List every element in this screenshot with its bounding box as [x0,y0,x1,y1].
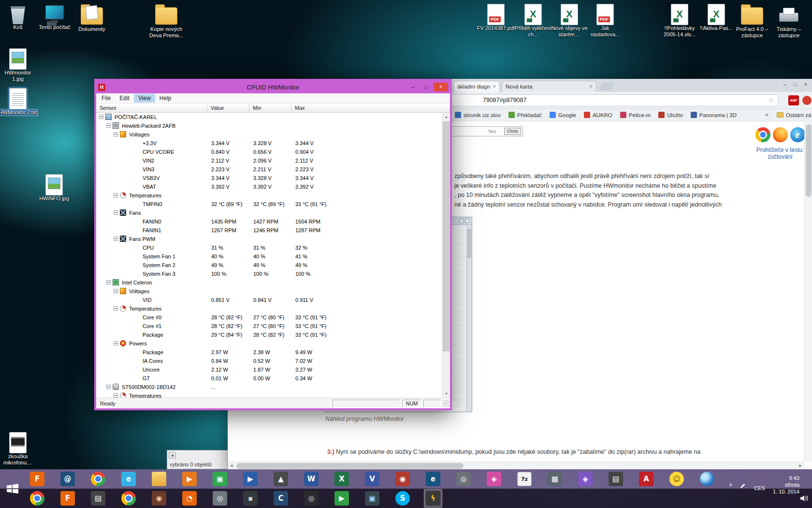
expand-toggle-icon[interactable] [114,289,118,293]
adblock-icon[interactable]: ABP [788,95,799,105]
desktop-icon-fv-2014387-pdf[interactable]: FV 2014387.pdf [476,4,516,31]
desktop-icon-p-b-h-vyl-en-ch[interactable]: Příběh vyléčení ch... [513,4,553,38]
sensor-row-powers[interactable]: Powers [96,339,450,348]
media-player-icon[interactable]: ▶ [180,470,199,488]
bookmark-slovn-k-ciz-slov[interactable]: slovník ciz.slov [455,112,501,118]
expand-toggle-icon[interactable] [114,393,118,398]
computer-icon[interactable]: ▣ [363,489,381,508]
firefox-icon[interactable]: F [58,489,77,508]
expand-toggle-icon[interactable] [106,280,111,284]
embed-close-button[interactable]: Close [504,128,521,135]
photos-icon[interactable]: ▣ [211,470,229,488]
sensor-row-core-1[interactable]: Core #128 °C (82 °F)27 °C (80 °F)33 °C (… [96,322,450,330]
sensor-row-vsb3v[interactable]: VSB3V3.344 V3.328 V3.344 V [96,174,450,182]
firefox-icon[interactable]: F [28,470,46,488]
hwmonitor-icon[interactable]: ϟ [424,489,442,508]
bookmark-p-eklada[interactable]: Překladač [508,112,542,118]
minimize-button[interactable]: – [406,83,419,91]
sensor-row-vin2[interactable]: VIN22.112 V2.096 V2.112 V [96,156,450,165]
sensor-row-tmpin0[interactable]: TMPIN032 °C (89 °F)32 °C (89 °F)33 °C (9… [96,200,450,209]
sidebar-caption[interactable]: zúčtování [750,153,804,160]
7zip-icon[interactable]: 7z [515,470,534,488]
bookmark-ulo-to[interactable]: Uložto [658,112,683,118]
sensor-row-voltages[interactable]: Voltages [96,287,450,296]
horizontal-scrollbar[interactable]: ◄ ► [228,462,804,469]
column-header-value[interactable]: Value [207,104,249,113]
scrollbar-thumb[interactable] [236,463,464,469]
browser-tab-diagnostics[interactable]: ákladní diagno × [453,81,500,92]
expand-toggle-icon[interactable] [106,123,111,128]
bookmark-panorama-3d[interactable]: Panorama | 3D [691,112,737,118]
browser-e-icon[interactable]: e [424,470,442,488]
sensor-row-core-0[interactable]: Core #028 °C (82 °F)27 °C (80 °F)33 °C (… [96,313,450,322]
sensor-row-temperatures[interactable]: Temperatures [96,191,450,200]
clock-app-icon[interactable]: ◔ [180,489,199,508]
bookmark-aukro[interactable]: AUKRO [584,112,612,118]
smiley-icon[interactable]: ☺ [667,470,686,488]
sensor-row-cpu[interactable]: CPU31 %31 %32 % [96,243,450,252]
sensor-row-temperatures[interactable]: Temperatures [96,304,450,313]
speaker-icon[interactable] [800,495,809,504]
hwmonitor-titlebar[interactable]: H CPUID HWMonitor – □ × [96,81,450,93]
sensor-row-hewlett-packard-2afb[interactable]: Hewlett-Packard 2AFB [96,121,450,130]
sensor-row-system-fan-2[interactable]: System Fan 249 %49 %49 % [96,261,450,269]
sensor-row-package[interactable]: Package29 °C (84 °F)28 °C (82 °F)33 °C (… [96,330,450,339]
visio-icon[interactable]: V [363,470,381,488]
cd-burner-icon[interactable]: C [272,489,290,508]
scroll-up-icon[interactable]: ▲ [442,113,450,121]
browser-minimize-button[interactable]: – [783,81,786,87]
photo-viewer-icon[interactable]: ◉ [393,470,412,488]
file-explorer-icon[interactable] [150,470,168,488]
column-header-sensor[interactable]: Sensor [96,104,207,113]
expand-toggle-icon[interactable] [106,385,111,389]
language-indicator[interactable]: CES [754,485,765,491]
bookmarks-overflow-button[interactable]: » [765,111,768,118]
sensor-row-fans[interactable]: Fans [96,209,450,217]
list-scrollbar[interactable]: ▲ ▼ [442,113,450,398]
browser-close-button[interactable]: × [804,81,807,87]
vertical-scrollbar[interactable] [804,121,812,462]
sensor-row-vid[interactable]: VID0.851 V0.841 V0.911 V [96,296,450,304]
desktop-icon-hwmonitor-1-jpg[interactable]: HWmonitor 1.jpg [0,48,38,82]
media-green-icon[interactable]: ▶ [333,489,351,508]
chrome-icon[interactable] [89,470,107,488]
screen-capture-icon[interactable]: ◎ [302,489,320,508]
desktop-icon-profact-4-0-z-stupce[interactable]: ProFact 4.0 – zástupce [732,4,772,39]
excel-icon[interactable]: X [333,470,351,488]
scroll-right-icon[interactable]: ► [797,462,804,470]
menu-edit[interactable]: Edit [115,94,134,103]
browser-tab-new[interactable]: Nová karta × [502,81,596,92]
mail-icon[interactable]: @ [58,470,77,488]
keyboard-icon[interactable]: ▤ [607,470,625,488]
expand-toggle-icon[interactable] [114,341,118,345]
camera-icon[interactable]: ◎ [454,470,473,488]
sensor-row-uncore[interactable]: Uncore2.12 W1.87 W3.27 W [96,365,450,374]
tools-icon[interactable]: ▪ [241,489,260,508]
sensor-row-st500dm002-1bd142[interactable]: ST500DM002-1BD142... [96,383,450,391]
desktop-icon-nov-objevy-ve-star-m[interactable]: Nové objevy ve starém ... [549,4,590,38]
chrome-icon[interactable] [28,489,46,508]
pen-icon[interactable] [740,482,746,491]
sidebar-caption[interactable]: Prohlížeče v testu: [750,147,804,153]
sensor-row-system-fan-1[interactable]: System Fan 140 %40 %41 % [96,252,450,261]
expand-toggle-icon[interactable] [99,115,103,119]
launcher-icon[interactable]: ▲ [272,470,290,488]
sensor-row-gt[interactable]: GT0.01 W0.00 W0.34 W [96,374,450,383]
menu-help[interactable]: Help [155,94,176,103]
sensor-row-fanin0[interactable]: FANIN01435 RPM1427 RPM1504 RPM [96,217,450,226]
desktop-icon-tisk-rny-z-stupce[interactable]: Tiskárny – zástupce [768,4,809,39]
expand-toggle-icon[interactable] [114,193,118,197]
sensor-row-po-ta-karel[interactable]: POČÍTAČ-KAREL [96,113,450,121]
tab-close-icon[interactable]: × [493,84,496,90]
sensor-row-fanin1[interactable]: FANIN11267 RPM1246 RPM1287 RPM [96,226,450,235]
bookmark-petice-m[interactable]: Petice-m [620,112,651,118]
scroll-left-icon[interactable]: ◄ [228,462,235,470]
new-tab-button[interactable] [599,82,614,90]
sensor-row-vin3[interactable]: VIN32.223 V2.211 V2.223 V [96,165,450,174]
fist-icon[interactable]: ◉ [150,489,168,508]
google-earth-icon[interactable] [698,470,716,488]
skype-icon[interactable]: S [393,489,412,508]
expand-toggle-icon[interactable] [114,306,118,311]
sensor-row-fans-pwm[interactable]: Fans PWM [96,235,450,243]
desktop-icon-ko[interactable]: Koš [0,4,38,30]
